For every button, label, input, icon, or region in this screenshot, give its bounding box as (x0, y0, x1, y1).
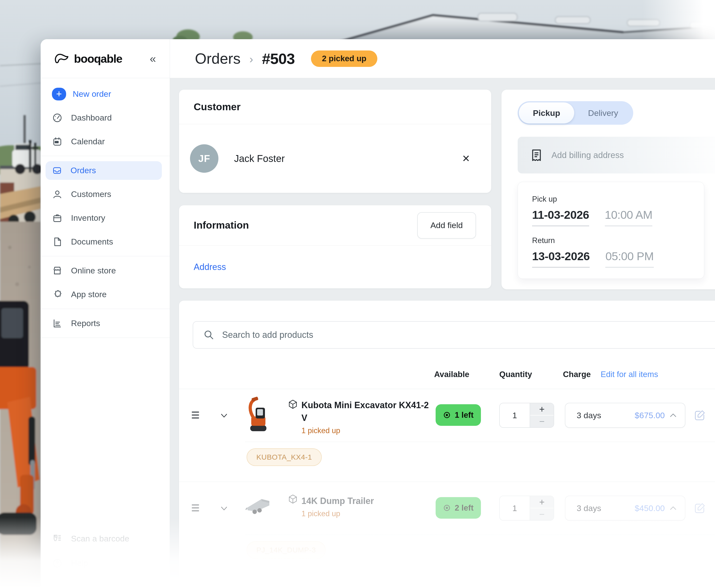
edit-line-icon[interactable] (694, 502, 706, 514)
sidebar-item-dashboard[interactable]: Dashboard (41, 106, 170, 130)
sidebar-item-calendar[interactable]: Calendar (41, 130, 170, 153)
pickup-return-card: Pick up 11-03-2026 10:00 AM Return 13-03… (518, 182, 704, 279)
customer-card: Customer JF Jack Foster ✕ (179, 90, 491, 193)
sidebar-item-inventory[interactable]: Inventory (41, 206, 170, 230)
reports-chart-icon (52, 318, 63, 329)
products-card: Available Quantity Charge Edit for all i… (179, 301, 715, 588)
return-label: Return (532, 236, 704, 245)
information-card: Information Add field Address (179, 205, 491, 288)
tab-pickup[interactable]: Pickup (519, 102, 574, 124)
sidebar-item-orders-active[interactable]: Orders (46, 161, 162, 180)
screen: { "window": { "brand": "booqable", "coll… (0, 0, 715, 588)
stock-item-tag[interactable]: PJ_14K_DUMP-3 (246, 541, 326, 559)
page-title-order-id: #503 (262, 50, 295, 67)
quantity-value[interactable]: 1 (500, 496, 530, 520)
sidebar-item-customers[interactable]: Customers (41, 182, 170, 206)
stock-item-tag[interactable]: KUBOTA_KX4-1 (246, 448, 322, 466)
product-name[interactable]: Kubota Mini Excavator KX41-2 V (301, 399, 430, 424)
pickup-date-input[interactable]: 11-03-2026 (532, 208, 589, 226)
expand-row-chevron-icon[interactable] (220, 504, 229, 513)
picked-up-status: 1 picked up (301, 426, 340, 435)
customers-icon (52, 189, 63, 200)
quantity-decrease-button[interactable]: − (530, 416, 554, 427)
collapse-sidebar-icon[interactable]: « (150, 53, 156, 64)
booqable-logo-icon (54, 52, 69, 65)
return-time-input[interactable]: 05:00 PM (605, 249, 653, 268)
sidebar-divider (41, 156, 170, 156)
availability-badge: 1 left (436, 404, 481, 426)
expand-row-chevron-icon[interactable] (220, 411, 229, 420)
plus-icon: + (52, 88, 66, 101)
fulfillment-panel: Pickup Delivery Add billing address Pick… (501, 90, 715, 289)
product-search (193, 321, 715, 349)
column-available: Available (434, 370, 470, 379)
storefront-icon (52, 265, 63, 276)
dashboard-icon (52, 112, 63, 123)
fulfillment-toggle: Pickup Delivery (518, 101, 633, 125)
app-window: booqable « + New order Dashboard Calenda… (41, 39, 715, 588)
product-thumbnail-trailer (245, 494, 271, 523)
pickup-label: Pick up (532, 195, 704, 204)
table-row: 14K Dump Trailer 1 picked up 2 left 1 + … (179, 482, 715, 574)
main-area: Orders › #503 2 picked up Customer JF Ja… (170, 39, 715, 588)
quantity-stepper: 1 + − (499, 496, 554, 521)
logo-row: booqable « (41, 39, 170, 78)
drag-handle-icon[interactable] (192, 410, 199, 420)
status-badge: 2 picked up (311, 50, 377, 67)
drag-handle-icon[interactable] (192, 503, 199, 513)
puzzle-icon (52, 289, 63, 300)
edit-for-all-items-link[interactable]: Edit for all items (601, 370, 658, 379)
charge-selector[interactable]: 3 days $450.00 (565, 496, 685, 521)
search-input[interactable] (222, 330, 715, 340)
sidebar-item-help[interactable]: Help (41, 551, 170, 575)
product-name[interactable]: 14K Dump Trailer (301, 495, 430, 507)
availability-badge: 2 left (436, 497, 481, 519)
charge-duration: 3 days (577, 503, 601, 513)
charge-duration: 3 days (577, 411, 601, 420)
remove-customer-icon[interactable]: ✕ (462, 153, 470, 164)
content: Customer JF Jack Foster ✕ Information Ad… (170, 78, 715, 588)
help-icon (52, 558, 63, 569)
target-icon (443, 504, 451, 512)
quantity-increase-button[interactable]: + (530, 403, 554, 416)
tab-delivery[interactable]: Delivery (574, 108, 632, 118)
charge-selector[interactable]: 3 days $675.00 (565, 403, 685, 428)
add-billing-address-field[interactable]: Add billing address (518, 137, 715, 173)
billing-placeholder: Add billing address (551, 150, 624, 160)
product-cube-icon (288, 494, 298, 504)
column-charge: Charge (563, 370, 591, 379)
sidebar-item-new-order[interactable]: + New order (41, 82, 170, 106)
sidebar-nav: + New order Dashboard Calendar Or (41, 78, 170, 338)
column-quantity: Quantity (499, 370, 532, 379)
avatar: JF (190, 144, 218, 173)
edit-line-icon[interactable] (694, 409, 706, 421)
sidebar-ghost-help: Help (41, 551, 170, 575)
customer-card-title: Customer (194, 101, 240, 113)
picked-up-status: 1 picked up (301, 509, 340, 518)
brand-wordmark: booqable (74, 52, 122, 65)
sidebar-item-documents[interactable]: Documents (41, 230, 170, 254)
orders-inbox-icon (52, 165, 62, 176)
pickup-time-input[interactable]: 10:00 AM (605, 208, 653, 226)
caret-up-icon (670, 413, 676, 418)
topbar: Orders › #503 2 picked up (170, 39, 715, 78)
caret-up-icon (670, 506, 676, 510)
sidebar-item-reports[interactable]: Reports (41, 311, 170, 335)
quantity-value[interactable]: 1 (500, 403, 530, 427)
quantity-decrease-button[interactable]: − (530, 508, 554, 520)
charge-price: $450.00 (635, 503, 665, 513)
sidebar-item-app-store[interactable]: App store (41, 282, 170, 306)
address-link[interactable]: Address (194, 262, 226, 272)
sidebar-ghost-scan: Scan a barcode (41, 527, 170, 550)
table-row: Kubota Mini Excavator KX41-2 V 1 picked … (179, 389, 715, 482)
sidebar-item-online-store[interactable]: Online store (41, 259, 170, 282)
sidebar-divider (41, 256, 170, 256)
add-field-button[interactable]: Add field (417, 212, 476, 239)
quantity-increase-button[interactable]: + (530, 496, 554, 508)
breadcrumb[interactable]: Orders (195, 50, 240, 67)
return-date-input[interactable]: 13-03-2026 (532, 249, 590, 268)
sidebar-item-scan-barcode[interactable]: Scan a barcode (41, 527, 170, 550)
inventory-box-icon (52, 213, 63, 224)
quantity-stepper: 1 + − (499, 403, 554, 428)
target-icon (443, 411, 451, 419)
